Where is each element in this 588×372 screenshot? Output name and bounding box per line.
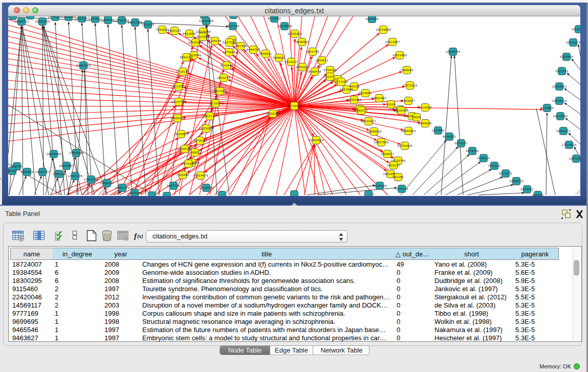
- svg-text:10756928: 10756928: [397, 144, 412, 147]
- svg-text:8813054: 8813054: [268, 17, 281, 20]
- svg-text:12942757: 12942757: [35, 170, 50, 173]
- svg-text:10973493: 10973493: [392, 54, 407, 57]
- svg-text:7663822: 7663822: [156, 28, 169, 31]
- svg-text:19166825: 19166825: [173, 133, 188, 136]
- svg-text:62160: 62160: [386, 103, 396, 106]
- svg-text:8322037: 8322037: [285, 60, 298, 63]
- svg-text:8471676: 8471676: [499, 172, 512, 175]
- svg-text:1362615: 1362615: [296, 65, 309, 69]
- svg-text:10025433: 10025433: [394, 109, 408, 112]
- svg-text:1640954: 1640954: [431, 129, 445, 132]
- svg-text:17957225: 17957225: [83, 178, 98, 181]
- svg-text:8990448: 8990448: [308, 70, 321, 73]
- svg-text:917004: 917004: [210, 102, 221, 105]
- svg-text:16033809: 16033809: [199, 19, 213, 23]
- svg-text:18300295: 18300295: [265, 112, 280, 115]
- svg-text:20364456: 20364456: [346, 98, 361, 101]
- svg-text:9474444: 9474444: [466, 149, 479, 152]
- svg-text:9890169: 9890169: [180, 56, 193, 59]
- svg-text:3675685: 3675685: [223, 51, 236, 54]
- svg-text:10107554: 10107554: [171, 100, 186, 103]
- svg-text:9146821: 9146821: [259, 52, 272, 55]
- svg-text:12213967: 12213967: [385, 40, 400, 43]
- svg-text:15751074: 15751074: [565, 41, 580, 44]
- svg-text:10046786: 10046786: [177, 147, 192, 150]
- svg-text:10654112: 10654112: [509, 180, 524, 183]
- svg-text:20691406: 20691406: [35, 20, 50, 23]
- svg-text:12444419: 12444419: [552, 99, 567, 102]
- svg-text:10958107: 10958107: [99, 182, 114, 185]
- svg-text:10671355: 10671355: [127, 21, 142, 24]
- svg-text:8678352: 8678352: [193, 139, 207, 142]
- svg-text:99150: 99150: [8, 169, 17, 172]
- svg-text:16648784: 16648784: [445, 50, 460, 53]
- svg-text:20053346: 20053346: [76, 64, 91, 67]
- svg-text:19975887: 19975887: [59, 164, 74, 167]
- svg-text:1156819: 1156819: [20, 170, 33, 173]
- svg-text:16914479: 16914479: [193, 174, 208, 177]
- svg-text:1671409: 1671409: [182, 162, 195, 165]
- svg-text:10210643: 10210643: [553, 115, 568, 118]
- svg-text:9777169: 9777169: [335, 80, 348, 83]
- svg-text:10653267: 10653267: [74, 17, 89, 20]
- svg-text:6961758: 6961758: [306, 50, 319, 53]
- svg-text:15720407: 15720407: [361, 120, 376, 123]
- svg-text:19218506: 19218506: [277, 25, 292, 28]
- svg-text:10688609: 10688609: [366, 130, 381, 133]
- svg-text:7986372: 7986372: [355, 109, 368, 112]
- svg-text:9794028: 9794028: [323, 69, 337, 72]
- svg-text:20206538: 20206538: [46, 152, 61, 156]
- svg-text:16782759: 16782759: [115, 186, 129, 189]
- svg-text:12213382: 12213382: [171, 85, 186, 88]
- svg-text:8267130: 8267130: [203, 115, 216, 118]
- svg-text:19384554: 19384554: [309, 139, 323, 142]
- svg-text:7625402: 7625402: [176, 173, 189, 177]
- svg-text:8912954: 8912954: [183, 32, 196, 35]
- svg-text:10807487: 10807487: [372, 97, 386, 100]
- svg-text:8427552: 8427552: [213, 90, 227, 93]
- svg-text:1815132: 1815132: [387, 164, 400, 167]
- svg-text:924565: 924565: [532, 193, 543, 196]
- svg-text:2087682: 2087682: [365, 17, 379, 20]
- svg-text:9327505: 9327505: [196, 35, 209, 38]
- svg-text:8454749: 8454749: [247, 48, 260, 51]
- svg-text:8215955: 8215955: [540, 106, 554, 110]
- svg-text:15716485: 15716485: [199, 186, 213, 189]
- svg-text:18724007: 18724007: [287, 104, 301, 107]
- svg-text:11675359: 11675359: [569, 157, 580, 160]
- svg-text:9329966: 9329966: [560, 55, 573, 58]
- svg-text:17975115: 17975115: [403, 84, 418, 87]
- svg-text:(x): (x): [137, 233, 143, 239]
- svg-text:9084067: 9084067: [381, 152, 394, 156]
- svg-text:6879197: 6879197: [454, 142, 468, 145]
- svg-text:1733426: 1733426: [395, 187, 408, 190]
- svg-text:7955812: 7955812: [315, 59, 329, 62]
- svg-text:9699695: 9699695: [419, 122, 432, 125]
- svg-text:9463627: 9463627: [402, 99, 415, 102]
- svg-text:12505135: 12505135: [68, 174, 82, 178]
- svg-text:11325419: 11325419: [288, 32, 302, 35]
- svg-text:16154808: 16154808: [376, 28, 390, 31]
- svg-text:8186328: 8186328: [208, 39, 222, 42]
- svg-text:18640910: 18640910: [294, 40, 309, 43]
- svg-text:14136141: 14136141: [372, 184, 387, 187]
- svg-text:7632621: 7632621: [488, 164, 501, 167]
- svg-text:7485063: 7485063: [400, 69, 413, 72]
- svg-text:19654923: 19654923: [401, 129, 416, 133]
- svg-text:1145194: 1145194: [52, 172, 65, 176]
- svg-text:7588520: 7588520: [272, 56, 286, 59]
- svg-text:6466160: 6466160: [101, 18, 115, 21]
- svg-text:2718176: 2718176: [176, 70, 189, 73]
- svg-text:8660124: 8660124: [168, 29, 181, 32]
- svg-text:9904: 9904: [413, 116, 421, 119]
- svg-text:252254: 252254: [393, 176, 404, 179]
- svg-text:7357224: 7357224: [226, 25, 239, 28]
- svg-text:9242848: 9242848: [220, 64, 233, 67]
- svg-text:10543362: 10543362: [188, 41, 203, 44]
- svg-text:14055721: 14055721: [14, 20, 29, 23]
- svg-text:9115460: 9115460: [419, 106, 431, 109]
- svg-text:3624554: 3624554: [359, 92, 372, 95]
- svg-text:2967608: 2967608: [234, 45, 247, 48]
- svg-text:7515526: 7515526: [141, 23, 155, 26]
- svg-text:1527602: 1527602: [89, 17, 102, 20]
